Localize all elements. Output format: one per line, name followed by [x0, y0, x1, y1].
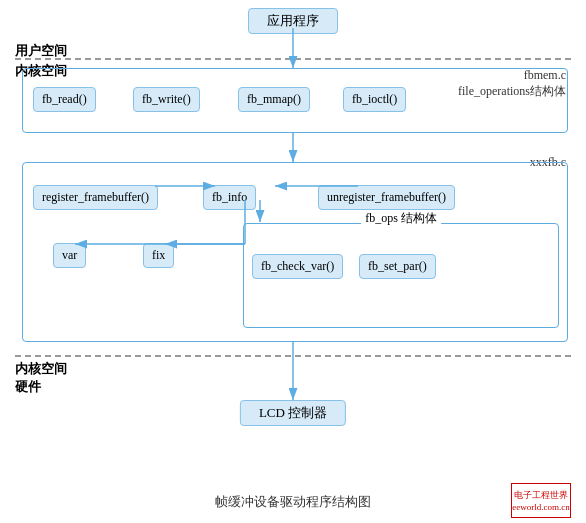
fb-check-var-box: fb_check_var() — [252, 254, 343, 279]
fix-box: fix — [143, 243, 174, 268]
hardware-label: 硬件 — [15, 378, 41, 396]
fb-info-box: fb_info — [203, 185, 256, 210]
var-box: var — [53, 243, 86, 268]
lcd-box: LCD 控制器 — [240, 400, 346, 426]
fb-ioctl-box: fb_ioctl() — [343, 87, 406, 112]
unregister-framebuffer-box: unregister_framebuffer() — [318, 185, 455, 210]
fb-set-par-box: fb_set_par() — [359, 254, 436, 279]
fb-write-box: fb_write() — [133, 87, 200, 112]
dashed-divider-2 — [15, 355, 571, 357]
fbmem-box: fb_read() fb_write() fb_mmap() fb_ioctl(… — [22, 68, 568, 133]
logo-line2: eeworld.com.cn — [512, 502, 569, 512]
fb-read-box: fb_read() — [33, 87, 96, 112]
logo-area: 电子工程世界 eeworld.com.cn — [511, 483, 571, 518]
logo-line1: 电子工程世界 — [514, 489, 568, 502]
caption: 帧缓冲设备驱动程序结构图 — [215, 493, 371, 511]
dashed-divider-1 — [15, 58, 571, 60]
kernel-space-label-2: 内核空间 — [15, 360, 67, 378]
diagram-container: 应用程序 用户空间 内核空间 fbmem.c file_operations结构… — [0, 0, 586, 523]
xxxfb-box: register_framebuffer() fb_info unregiste… — [22, 162, 568, 342]
fb-mmap-box: fb_mmap() — [238, 87, 310, 112]
fb-ops-box: fb_ops 结构体 fb_check_var() fb_set_par() — [243, 223, 559, 328]
fb-ops-struct-label: fb_ops 结构体 — [361, 210, 441, 227]
register-framebuffer-box: register_framebuffer() — [33, 185, 158, 210]
app-box: 应用程序 — [248, 8, 338, 34]
